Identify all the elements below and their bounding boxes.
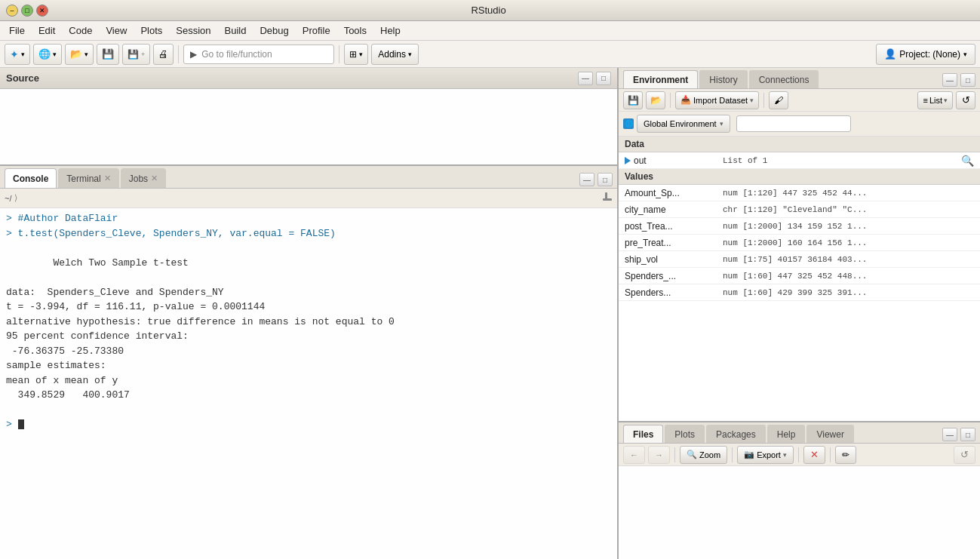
env-row-val-spenders-2: num [1:60] 429 399 325 391... xyxy=(723,288,974,297)
console-prompt-line[interactable]: > xyxy=(6,417,611,432)
tab-plots[interactable]: Plots xyxy=(665,425,705,443)
source-minimize-button[interactable]: — xyxy=(578,72,593,85)
tab-help[interactable]: Help xyxy=(767,425,806,443)
console-line-7: t = -3.994, df = 116.11, p-value = 0.000… xyxy=(6,299,611,315)
right-panel: Environment History Connections — □ 💾 xyxy=(619,68,980,559)
env-minimize-button[interactable]: — xyxy=(942,73,957,87)
env-save-icon: 💾 xyxy=(628,95,639,106)
terminal-close-icon[interactable]: ✕ xyxy=(104,174,111,183)
menu-edit[interactable]: Edit xyxy=(32,23,61,38)
print-button[interactable]: 🖨 xyxy=(153,44,174,65)
env-load-button[interactable]: 📂 xyxy=(646,91,665,109)
global-env-icon: 🌐 xyxy=(623,118,634,129)
close-button[interactable]: ✕ xyxy=(36,5,48,17)
global-env-selector[interactable]: Global Environment ▾ xyxy=(637,115,730,133)
env-maximize-button[interactable]: □ xyxy=(960,73,975,87)
save-all-button[interactable]: 💾 + xyxy=(122,44,150,65)
tab-jobs[interactable]: Jobs ✕ xyxy=(121,168,166,188)
list-view-button[interactable]: ≡ List ▾ xyxy=(917,91,953,109)
menu-help[interactable]: Help xyxy=(374,23,407,38)
source-maximize-button[interactable]: □ xyxy=(596,72,611,85)
help-tab-label: Help xyxy=(777,429,796,440)
files-toolbar-sep-4 xyxy=(830,447,831,462)
env-row-post-trea: post_Trea... num [1:2000] 134 159 152 1.… xyxy=(619,218,980,235)
env-clear-icon: 🖌 xyxy=(774,95,783,106)
files-back-button[interactable]: ← xyxy=(623,446,645,464)
console-line-9: 95 percent confidence interval: xyxy=(6,329,611,344)
menu-code[interactable]: Code xyxy=(63,23,98,38)
maximize-button[interactable]: □ xyxy=(21,5,33,17)
env-refresh-button[interactable]: ↺ xyxy=(956,91,975,109)
tab-console[interactable]: Console xyxy=(5,168,57,188)
env-row-pre-treat: pre_Treat... num [1:2000] 160 164 156 1.… xyxy=(619,235,980,251)
clear-plots-button[interactable]: ✏ xyxy=(835,446,856,464)
minimize-button[interactable]: – xyxy=(6,5,18,17)
menu-tools[interactable]: Tools xyxy=(338,23,373,38)
files-refresh-button[interactable]: ↺ xyxy=(954,446,975,464)
window-controls[interactable]: – □ ✕ xyxy=(6,5,48,17)
save-button[interactable]: 💾 xyxy=(97,44,119,65)
layout-button[interactable]: ⊞ ▾ xyxy=(344,44,368,65)
source-content-area xyxy=(0,89,617,164)
env-row-name-post-trea: post_Trea... xyxy=(625,221,723,232)
menubar: File Edit Code View Plots Session Build … xyxy=(0,21,980,41)
console-tab-label: Console xyxy=(13,174,48,184)
console-line-3 xyxy=(6,241,611,256)
tab-connections[interactable]: Connections xyxy=(749,70,819,88)
files-toolbar-right: ↺ xyxy=(954,446,975,464)
console-clear-button[interactable] xyxy=(602,192,613,204)
env-out-value: List of 1 xyxy=(723,156,961,165)
open-project-button[interactable]: 🌐 ▾ xyxy=(33,44,62,65)
menu-profile[interactable]: Profile xyxy=(296,23,336,38)
env-out-magnify-icon[interactable]: 🔍 xyxy=(961,155,974,167)
env-row-amount-sp: Amount_Sp... num [1:120] 447 325 452 44.… xyxy=(619,185,980,201)
tab-packages[interactable]: Packages xyxy=(706,425,766,443)
env-tab-label: Environment xyxy=(633,75,688,85)
tab-environment[interactable]: Environment xyxy=(623,70,698,88)
tab-files[interactable]: Files xyxy=(623,425,663,443)
go-to-file-input[interactable]: ▶ Go to file/function xyxy=(183,45,334,64)
import-dropdown-arrow: ▾ xyxy=(750,97,754,104)
remove-plot-button[interactable]: ✕ xyxy=(803,446,825,464)
import-dataset-button[interactable]: 📥 Import Dataset ▾ xyxy=(675,91,759,109)
export-button[interactable]: 📷 Export ▾ xyxy=(737,446,794,464)
global-env-bar: 🌐 Global Environment ▾ xyxy=(619,112,980,137)
env-row-val-ship-vol: num [1:75] 40157 36184 403... xyxy=(723,255,974,264)
menu-debug[interactable]: Debug xyxy=(253,23,294,38)
tab-viewer[interactable]: Viewer xyxy=(806,425,853,443)
files-pane: Files Plots Packages Help Viewer — □ xyxy=(619,422,980,559)
files-back-icon: ← xyxy=(630,450,638,459)
env-out-triangle-icon xyxy=(625,157,631,164)
menu-build[interactable]: Build xyxy=(219,23,253,38)
console-line-13: 349.8529 400.9017 xyxy=(6,388,611,403)
go-to-placeholder-text: Go to file/function xyxy=(201,49,272,60)
menu-view[interactable]: View xyxy=(100,23,133,38)
menu-plots[interactable]: Plots xyxy=(134,23,168,38)
project-button[interactable]: 👤 Project: (None) ▾ xyxy=(876,44,975,65)
env-search-input[interactable] xyxy=(736,115,851,132)
tab-history[interactable]: History xyxy=(699,70,747,88)
addins-button[interactable]: Addins ▾ xyxy=(371,44,419,65)
files-forward-button[interactable]: → xyxy=(648,446,670,464)
console-maximize-button[interactable]: □ xyxy=(598,173,613,186)
zoom-button[interactable]: 🔍 Zoom xyxy=(680,446,727,464)
console-line-11: sample estimates: xyxy=(6,358,611,373)
menu-session[interactable]: Session xyxy=(170,23,217,38)
env-save-button[interactable]: 💾 xyxy=(623,91,643,109)
open-file-icon: 📂 xyxy=(70,48,82,60)
titlebar: – □ ✕ RStudio xyxy=(0,0,980,21)
files-maximize-button[interactable]: □ xyxy=(960,428,975,441)
refresh-icon: ↺ xyxy=(962,94,970,106)
open-file-button[interactable]: 📂 ▾ xyxy=(65,44,94,65)
new-file-button[interactable]: ✦ ▾ xyxy=(5,44,30,65)
values-section-header: Values xyxy=(619,169,980,185)
console-minimize-button[interactable]: — xyxy=(579,173,594,186)
jobs-close-icon[interactable]: ✕ xyxy=(151,174,158,183)
console-line-4: Welch Two Sample t-test xyxy=(6,256,611,271)
files-minimize-button[interactable]: — xyxy=(942,428,957,441)
menu-file[interactable]: File xyxy=(3,23,31,38)
tab-terminal[interactable]: Terminal ✕ xyxy=(58,168,118,188)
globe-icon: 🌐 xyxy=(38,48,51,60)
env-clear-button[interactable]: 🖌 xyxy=(769,91,788,109)
env-row-val-city-name: chr [1:120] "Cleveland" "C... xyxy=(723,205,974,214)
